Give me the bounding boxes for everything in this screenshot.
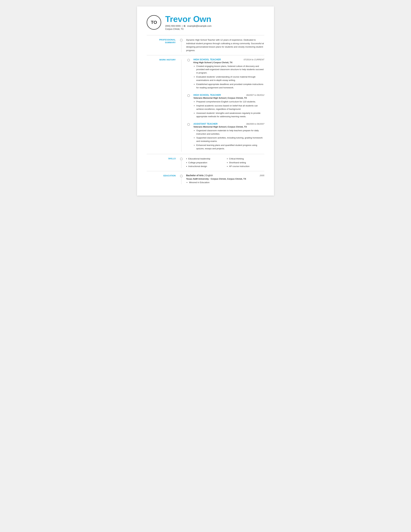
job-row-2: HIGH SCHOOL TEACHER 06/2007 to 06/2012 V… — [186, 94, 264, 119]
skills-label-col: SKILLS — [147, 157, 179, 168]
job-row-3: ASSISTANT TEACHER 08/2006 to 06/2007 Vet… — [186, 123, 264, 151]
avatar-initials: TO — [147, 15, 161, 30]
edu-bullet-1: Minored in Education — [189, 181, 264, 184]
job1-dates: 07/2014 to CURRENT — [243, 58, 264, 61]
skill-4: • Critical thinking — [227, 157, 264, 161]
phone-number: (555) 555-5555 — [165, 25, 181, 27]
email-label: E: — [184, 25, 186, 27]
skill-5-bullet: • — [227, 161, 228, 164]
degree-name: Bachelor of Arts — [186, 174, 204, 177]
skill-3-text: Instructional design — [188, 165, 207, 168]
job2-title: HIGH SCHOOL TEACHER — [193, 94, 221, 96]
skill-6-text: AP course instruction — [229, 165, 250, 168]
header-info: Trevor Own (555) 555-5555 | E: example@e… — [165, 15, 211, 30]
job2-content: HIGH SCHOOL TEACHER 06/2007 to 06/2012 V… — [193, 94, 264, 119]
job3-header: ASSISTANT TEACHER 08/2006 to 06/2007 — [193, 123, 264, 125]
professional-summary-section: PROFESSIONALSUMMARY Dynamic High School … — [147, 38, 264, 52]
job2-dates: 06/2007 to 06/2012 — [246, 94, 264, 96]
skill-2-text: College preparation — [188, 161, 207, 164]
job3-title: ASSISTANT TEACHER — [193, 123, 218, 125]
skill-5: • Shorthand writing — [227, 161, 264, 164]
resume-page: TO Trevor Own (555) 555-5555 | E: exampl… — [137, 6, 274, 196]
work-history-label-col: WORK HISTORY — [147, 58, 179, 151]
skill-6-bullet: • — [227, 165, 228, 168]
work-history-section: WORK HISTORY HIGH SCHOOL TEACHER 07/2014… — [147, 58, 264, 151]
summary-content: Dynamic High School Teacher with 12 year… — [184, 38, 264, 52]
skills-label: SKILLS — [147, 157, 176, 160]
job3-bullet-2: Supported classroom activities, includin… — [196, 136, 264, 143]
skill-6: • AP course instruction — [227, 165, 264, 168]
skill-5-text: Shorthand writing — [229, 161, 246, 164]
skills-content: • Educational leadership • Critical thin… — [184, 157, 264, 168]
job1-employer: King High School | Corpus Christi, TX — [193, 61, 264, 64]
job1-bullet-2: Evaluated students' understanding of cou… — [196, 75, 264, 82]
professional-summary-label: PROFESSIONALSUMMARY — [147, 38, 176, 44]
skills-divider — [147, 171, 264, 171]
job3-bullets: Organized classroom materials to help te… — [193, 129, 264, 151]
header-divider — [147, 35, 264, 35]
job3-bullet-1: Organized classroom materials to help te… — [196, 129, 264, 136]
job1-circle-col — [186, 58, 191, 90]
email-address: example@example.com — [187, 25, 211, 27]
job2-bullet-3: Assessed students' strengths and weaknes… — [196, 112, 264, 118]
job1-bullet-3: Established appropriate deadlines and pr… — [196, 83, 264, 89]
education-year: 2005 — [260, 174, 264, 177]
job2-circle-col — [186, 94, 191, 119]
skills-grid: • Educational leadership • Critical thin… — [186, 157, 264, 168]
job2-bullet-1: Prepared comprehensive English curriculu… — [196, 100, 264, 104]
job3-dates: 08/2006 to 06/2007 — [246, 123, 264, 125]
job-row-1: HIGH SCHOOL TEACHER 07/2014 to CURRENT K… — [186, 58, 264, 90]
job1-content: HIGH SCHOOL TEACHER 07/2014 to CURRENT K… — [193, 58, 264, 90]
skill-4-bullet: • — [227, 157, 228, 161]
skills-circle — [180, 158, 183, 160]
work-history-label: WORK HISTORY — [147, 58, 176, 61]
job1-header: HIGH SCHOOL TEACHER 07/2014 to CURRENT — [193, 58, 264, 61]
job3-circle — [187, 123, 190, 126]
degree-field: English — [206, 174, 213, 177]
candidate-name: Trevor Own — [165, 15, 211, 24]
degree-separator: | — [204, 174, 206, 177]
professional-summary-label-col: PROFESSIONALSUMMARY — [147, 38, 179, 52]
job3-circle-col — [186, 123, 191, 151]
work-history-content: HIGH SCHOOL TEACHER 07/2014 to CURRENT K… — [184, 58, 264, 151]
work-divider — [147, 154, 264, 154]
education-label-col: EDUCATION — [147, 174, 179, 184]
education-degree-row: Bachelor of Arts | English 2005 — [186, 174, 264, 177]
education-timeline-col — [179, 174, 184, 184]
education-label: EDUCATION — [147, 174, 176, 177]
skill-1-text: Educational leadership — [188, 157, 210, 161]
summary-divider — [147, 55, 264, 55]
skill-1: • Educational leadership — [186, 157, 224, 161]
job3-employer: Veterans Memorial High School | Corpus C… — [193, 126, 264, 128]
skill-2: • College preparation — [186, 161, 224, 164]
job3-content: ASSISTANT TEACHER 08/2006 to 06/2007 Vet… — [193, 123, 264, 151]
work-history-timeline-col — [179, 58, 184, 151]
job2-bullet-2: Inspired academic success based on belie… — [196, 104, 264, 111]
education-circle — [180, 175, 183, 177]
contact-line: (555) 555-5555 | E: example@example.com — [165, 25, 211, 27]
skills-section: SKILLS • Educational leadership • Critic… — [147, 157, 264, 168]
job1-title: HIGH SCHOOL TEACHER — [193, 58, 221, 61]
skill-2-bullet: • — [186, 161, 187, 164]
job2-header: HIGH SCHOOL TEACHER 06/2007 to 06/2012 — [193, 94, 264, 96]
education-degree: Bachelor of Arts | English — [186, 174, 213, 177]
job1-bullet-1: Created engaging lesson plans, fostered … — [196, 65, 264, 75]
job3-bullet-3: Enhanced learning plans and quantified s… — [196, 144, 264, 150]
skill-3-bullet: • — [186, 165, 187, 168]
job2-employer: Veterans Memorial High School | Corpus C… — [193, 97, 264, 99]
summary-circle — [180, 39, 183, 41]
skill-4-text: Critical thinking — [229, 157, 244, 161]
education-section: EDUCATION Bachelor of Arts | English 200… — [147, 174, 264, 184]
education-bullets: Minored in Education — [186, 181, 264, 184]
skills-timeline-col — [179, 157, 184, 168]
header: TO Trevor Own (555) 555-5555 | E: exampl… — [147, 15, 264, 30]
job2-bullets: Prepared comprehensive English curriculu… — [193, 100, 264, 118]
summary-timeline-col — [179, 38, 184, 52]
education-school: Texas A&M University - Corpus Christi, C… — [186, 178, 264, 180]
skill-1-bullet: • — [186, 157, 187, 161]
job1-circle — [187, 59, 190, 61]
job2-circle — [187, 94, 190, 97]
summary-text: Dynamic High School Teacher with 12 year… — [186, 38, 264, 52]
education-content: Bachelor of Arts | English 2005 Texas A&… — [184, 174, 264, 184]
job1-bullets: Created engaging lesson plans, fostered … — [193, 65, 264, 89]
